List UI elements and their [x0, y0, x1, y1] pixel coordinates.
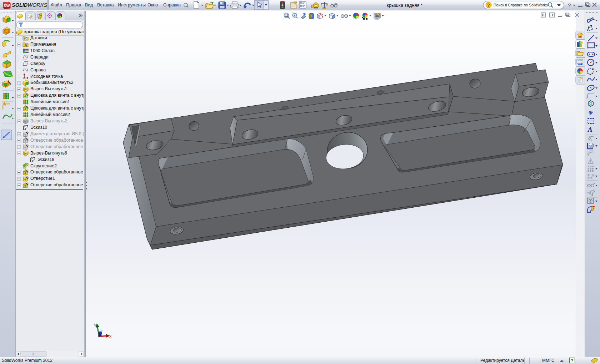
svg-text:?: ? [488, 3, 490, 8]
svg-text:X: X [109, 334, 112, 339]
svg-text:+: + [588, 96, 590, 100]
svg-text:A: A [588, 126, 592, 133]
svg-text:?: ? [568, 2, 571, 8]
svg-text:!: ! [590, 160, 591, 164]
svg-text:!: ! [294, 14, 295, 17]
svg-text:Z: Z [100, 329, 103, 333]
svg-text:Y: Y [94, 324, 96, 328]
svg-text:A: A [25, 43, 28, 47]
svg-text:Поиск в Справке по SolidWorks: Поиск в Справке по SolidWorks [494, 3, 548, 7]
svg-text:?: ? [571, 358, 573, 363]
